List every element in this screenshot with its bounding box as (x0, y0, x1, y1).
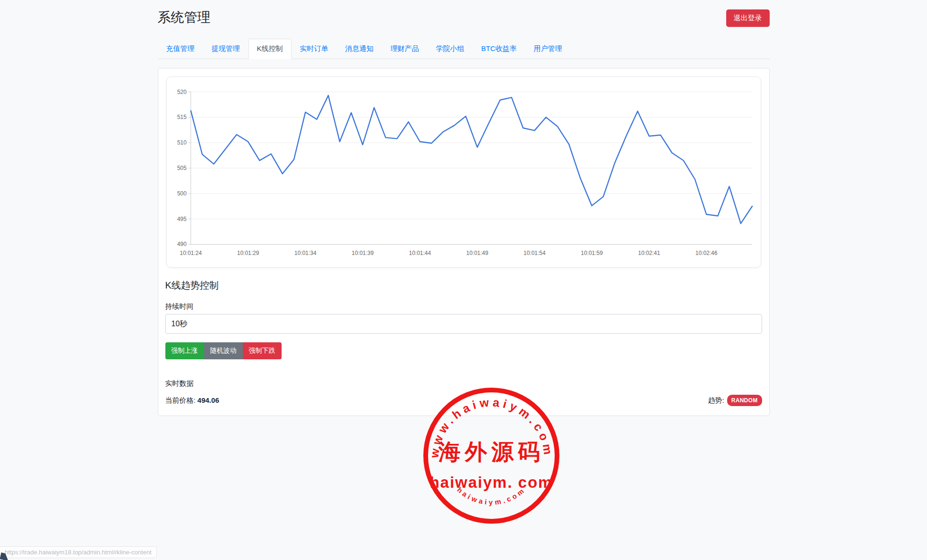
svg-text:10:01:44: 10:01:44 (409, 250, 431, 256)
duration-input[interactable] (165, 314, 762, 334)
price-chart-panel: 49049550050551051552010:01:2410:01:2910:… (166, 76, 761, 268)
svg-text:490: 490 (177, 241, 186, 248)
main-container: 系统管理 退出登录 充值管理 提现管理 K线控制 实时订单 消息通知 理财产品 … (158, 0, 770, 416)
trend-label: 趋势: (708, 396, 724, 405)
svg-text:10:01:24: 10:01:24 (180, 250, 202, 256)
logout-button[interactable]: 退出登录 (726, 9, 770, 27)
tab-college[interactable]: 学院小组 (428, 39, 473, 59)
current-price: 当前价格: 494.06 (165, 396, 219, 405)
stamp-center-en: haiwaiym. com (430, 474, 553, 491)
tab-finance[interactable]: 理财产品 (382, 39, 428, 59)
random-button[interactable]: 随机波动 (204, 342, 243, 359)
trend-control-heading: K线趋势控制 (165, 279, 762, 292)
svg-text:510: 510 (177, 139, 186, 146)
svg-text:10:01:39: 10:01:39 (352, 250, 374, 256)
price-label: 当前价格: (165, 396, 196, 404)
svg-text:10:01:49: 10:01:49 (466, 250, 488, 256)
tab-users[interactable]: 用户管理 (525, 39, 571, 59)
browser-status-url: https://trade.haiwaiym18.top/admin.html#… (0, 546, 157, 558)
tab-messages[interactable]: 消息通知 (337, 39, 382, 59)
price-line-chart: 49049550050551051552010:01:2410:01:2910:… (167, 77, 761, 267)
realtime-heading: 实时数据 (165, 379, 762, 388)
duration-label: 持续时间 (165, 302, 762, 311)
svg-text:10:01:59: 10:01:59 (581, 250, 603, 256)
svg-text:10:02:46: 10:02:46 (695, 250, 717, 256)
tab-bar: 充值管理 提现管理 K线控制 实时订单 消息通知 理财产品 学院小组 BTC收益… (158, 39, 770, 59)
page-title: 系统管理 (158, 8, 770, 26)
kline-panel-card: 49049550050551051552010:01:2410:01:2910:… (158, 68, 770, 416)
svg-text:515: 515 (177, 114, 186, 120)
svg-text:10:02:41: 10:02:41 (638, 250, 660, 256)
svg-text:10:01:34: 10:01:34 (294, 250, 317, 256)
trend-indicator: 趋势: RANDOM (708, 395, 762, 406)
svg-text:10:01:54: 10:01:54 (524, 250, 546, 256)
tab-recharge[interactable]: 充值管理 (158, 39, 203, 59)
stamp-center-cn: 海外源码 (438, 440, 544, 464)
tab-kline[interactable]: K线控制 (249, 39, 292, 59)
svg-text:495: 495 (177, 216, 186, 222)
tab-orders[interactable]: 实时订单 (292, 39, 337, 59)
svg-text:505: 505 (177, 165, 186, 171)
trend-badge: RANDOM (727, 395, 762, 406)
stamp-arc-bottom-text: haiwaiym.com (456, 485, 527, 506)
tab-withdraw[interactable]: 提现管理 (203, 39, 249, 59)
tab-btc-yield[interactable]: BTC收益率 (473, 39, 525, 59)
trend-button-group: 强制上涨 随机波动 强制下跌 (165, 342, 282, 359)
svg-text:500: 500 (177, 190, 186, 197)
mouse-cursor (0, 552, 9, 560)
price-value: 494.06 (197, 396, 219, 404)
realtime-row: 当前价格: 494.06 趋势: RANDOM (165, 395, 762, 406)
svg-text:10:01:29: 10:01:29 (237, 250, 259, 256)
svg-text:520: 520 (177, 89, 186, 95)
force-down-button[interactable]: 强制下跌 (243, 342, 282, 359)
force-up-button[interactable]: 强制上涨 (165, 342, 204, 359)
